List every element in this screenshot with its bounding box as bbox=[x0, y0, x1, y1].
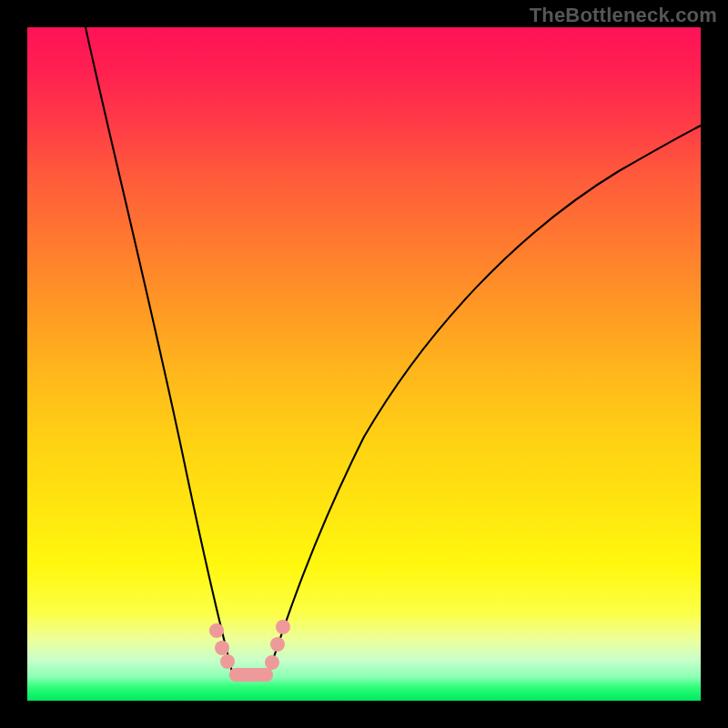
chart-frame: TheBottleneck.com bbox=[0, 0, 728, 728]
curve-left-branch bbox=[86, 27, 232, 672]
marker-dot bbox=[215, 641, 229, 655]
marker-dot bbox=[270, 637, 285, 652]
curve-right-branch bbox=[268, 126, 701, 673]
watermark-text: TheBottleneck.com bbox=[530, 4, 717, 27]
marker-dot bbox=[220, 654, 235, 669]
marker-dot bbox=[265, 655, 279, 670]
marker-dot bbox=[276, 620, 290, 634]
marker-group bbox=[209, 620, 290, 682]
plot-area bbox=[27, 27, 701, 701]
marker-bar bbox=[229, 668, 273, 682]
marker-dot bbox=[209, 623, 224, 638]
curve-layer bbox=[27, 27, 701, 701]
